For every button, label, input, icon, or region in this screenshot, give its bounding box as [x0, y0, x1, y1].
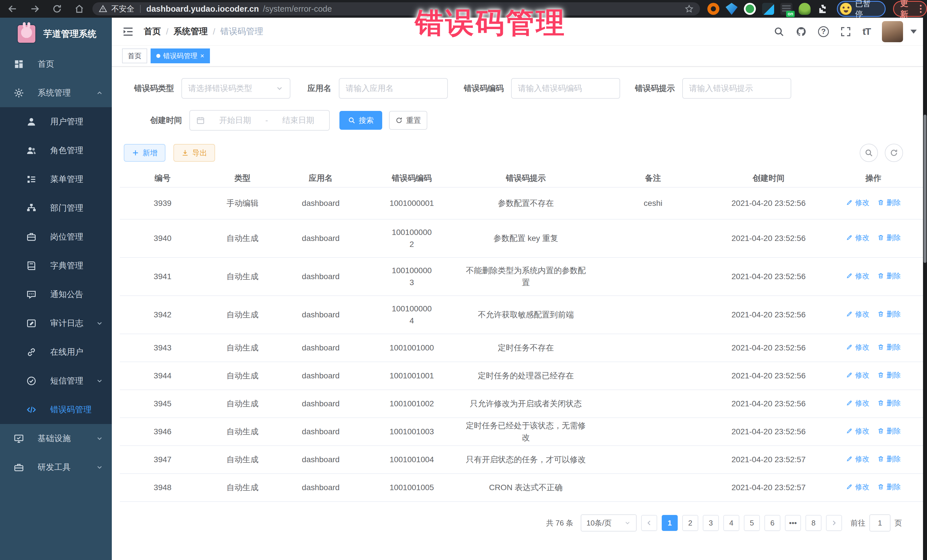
- table-row[interactable]: 3944自动生成dashboard1001001001定时任务的处理器已经存在2…: [120, 362, 925, 390]
- delete-link[interactable]: 删除: [877, 398, 901, 408]
- sidebar-item-9[interactable]: 审计日志: [0, 309, 112, 338]
- page-button-5[interactable]: 5: [744, 515, 760, 531]
- tag-1[interactable]: 错误码管理×: [150, 49, 210, 63]
- edit-link[interactable]: 修改: [846, 342, 869, 353]
- app-name-input[interactable]: [346, 84, 441, 93]
- table-row[interactable]: 3941自动生成dashboard1001000003不能删除类型为系统内置的参…: [120, 258, 925, 296]
- page-scrollbar[interactable]: [923, 18, 927, 560]
- next-page-button[interactable]: [826, 515, 842, 531]
- table-row[interactable]: 3945自动生成dashboard1001001002只允许修改为开启或者关闭状…: [120, 390, 925, 418]
- page-ellipsis-button[interactable]: •••: [785, 515, 801, 531]
- extensions-puzzle-icon[interactable]: [817, 3, 828, 15]
- fullscreen-icon[interactable]: [840, 26, 851, 37]
- goto-page-input[interactable]: [869, 514, 891, 531]
- bookmark-star-icon[interactable]: [685, 4, 694, 14]
- reload-icon[interactable]: [52, 4, 62, 14]
- edit-link[interactable]: 修改: [846, 232, 869, 243]
- browser-menu-kebab-icon[interactable]: [920, 5, 922, 6]
- table-row[interactable]: 3946自动生成dashboard1001001003定时任务已经处于该状态，无…: [120, 418, 925, 446]
- table-row[interactable]: 3943自动生成dashboard1001001000定时任务不存在2021-0…: [120, 334, 925, 362]
- user-avatar[interactable]: [882, 21, 903, 42]
- help-icon[interactable]: ?: [818, 26, 829, 37]
- table-row[interactable]: 3948自动生成dashboard1001001005CRON 表达式不正确20…: [120, 474, 925, 502]
- edit-link[interactable]: 修改: [846, 398, 869, 408]
- refresh-table-button[interactable]: [885, 144, 903, 162]
- extension-gem-icon[interactable]: [726, 3, 738, 15]
- back-icon[interactable]: [8, 4, 18, 14]
- delete-link[interactable]: 删除: [877, 309, 901, 320]
- reset-button[interactable]: 重置: [389, 111, 427, 130]
- delete-link[interactable]: 删除: [877, 197, 901, 208]
- extension-green-icon[interactable]: [744, 3, 756, 15]
- sidebar-item-12[interactable]: 错误码管理: [0, 395, 112, 424]
- page-size-select[interactable]: 10条/页: [581, 514, 637, 531]
- page-button-2[interactable]: 2: [682, 515, 698, 531]
- sidebar-item-3[interactable]: 角色管理: [0, 136, 112, 165]
- page-button-8[interactable]: 8: [805, 515, 821, 531]
- delete-link[interactable]: 删除: [877, 454, 901, 464]
- delete-link[interactable]: 删除: [877, 270, 901, 281]
- table-row[interactable]: 3940自动生成dashboard1001000002参数配置 key 重复20…: [120, 220, 925, 258]
- edit-link[interactable]: 修改: [846, 197, 869, 208]
- font-size-icon[interactable]: tT: [863, 26, 871, 37]
- page-button-3[interactable]: 3: [703, 515, 719, 531]
- delete-link[interactable]: 删除: [877, 426, 901, 437]
- browser-home-icon[interactable]: [74, 4, 84, 14]
- edit-link[interactable]: 修改: [846, 270, 869, 281]
- extension-on-icon[interactable]: on: [780, 3, 792, 15]
- sidebar-item-2[interactable]: 用户管理: [0, 107, 112, 136]
- edit-link[interactable]: 修改: [846, 426, 869, 437]
- delete-link[interactable]: 删除: [877, 482, 901, 492]
- table-row[interactable]: 3942自动生成dashboard1001000004不允许获取敏感配置到前端2…: [120, 296, 925, 334]
- hamburger-icon[interactable]: [122, 26, 134, 38]
- table-row[interactable]: 3939手动编辑dashboard1001000001参数配置不存在ceshi2…: [120, 188, 925, 220]
- error-code-input[interactable]: [518, 84, 613, 93]
- prev-page-button[interactable]: [641, 515, 657, 531]
- page-button-6[interactable]: 6: [764, 515, 780, 531]
- scrollbar-thumb[interactable]: [924, 115, 926, 263]
- sidebar-item-8[interactable]: 通知公告: [0, 280, 112, 309]
- sidebar-logo[interactable]: 芋道管理系统: [0, 18, 112, 50]
- error-hint-input[interactable]: [689, 84, 784, 93]
- extension-key-icon[interactable]: [799, 3, 811, 15]
- avatar-caret-icon[interactable]: [910, 30, 917, 33]
- error-code-type-select[interactable]: 请选择错误码类型: [181, 78, 290, 99]
- sidebar-item-7[interactable]: 字典管理: [0, 251, 112, 280]
- edit-link[interactable]: 修改: [846, 482, 869, 492]
- extension-orange-icon[interactable]: [707, 3, 719, 15]
- edit-link[interactable]: 修改: [846, 454, 869, 464]
- sidebar-item-1[interactable]: 系统管理: [0, 78, 112, 107]
- tag-close-icon[interactable]: ×: [200, 52, 204, 59]
- address-bar[interactable]: 不安全 dashboard.yudao.iocoder.cn /system/e…: [93, 2, 700, 15]
- search-button[interactable]: 搜索: [339, 111, 382, 130]
- sidebar-item-14[interactable]: 研发工具: [0, 453, 112, 482]
- page-button-4[interactable]: 4: [723, 515, 739, 531]
- edit-link[interactable]: 修改: [846, 370, 869, 381]
- tag-0[interactable]: 首页×: [122, 49, 147, 63]
- delete-link[interactable]: 删除: [877, 342, 901, 353]
- export-button[interactable]: 导出: [173, 144, 215, 162]
- delete-link[interactable]: 删除: [877, 370, 901, 381]
- table-row[interactable]: 3947自动生成dashboard1001001004只有开启状态的任务，才可以…: [120, 446, 925, 474]
- sidebar-item-11[interactable]: 短信管理: [0, 366, 112, 395]
- github-icon[interactable]: [796, 26, 807, 37]
- header-search-icon[interactable]: [774, 26, 784, 37]
- profile-paused-chip[interactable]: 已暂停: [837, 1, 886, 17]
- sidebar-item-4[interactable]: 菜单管理: [0, 165, 112, 194]
- extension-grid-icon[interactable]: [762, 3, 774, 15]
- add-button[interactable]: 新增: [124, 144, 166, 162]
- toggle-search-button[interactable]: [860, 144, 878, 162]
- browser-update-chip[interactable]: 更新: [893, 1, 927, 17]
- delete-link[interactable]: 删除: [877, 232, 901, 243]
- forward-icon[interactable]: [30, 4, 40, 14]
- sidebar-item-0[interactable]: 首页: [0, 50, 112, 78]
- sidebar-item-6[interactable]: 岗位管理: [0, 222, 112, 251]
- breadcrumb-item[interactable]: 首页: [144, 26, 161, 37]
- page-button-1[interactable]: 1: [662, 515, 678, 531]
- create-time-range-picker[interactable]: 开始日期 - 结束日期: [189, 110, 330, 131]
- sidebar-item-5[interactable]: 部门管理: [0, 194, 112, 222]
- edit-link[interactable]: 修改: [846, 309, 869, 320]
- breadcrumb-item[interactable]: 系统管理: [173, 26, 208, 37]
- sidebar-item-10[interactable]: 在线用户: [0, 338, 112, 366]
- sidebar-item-13[interactable]: 基础设施: [0, 424, 112, 453]
